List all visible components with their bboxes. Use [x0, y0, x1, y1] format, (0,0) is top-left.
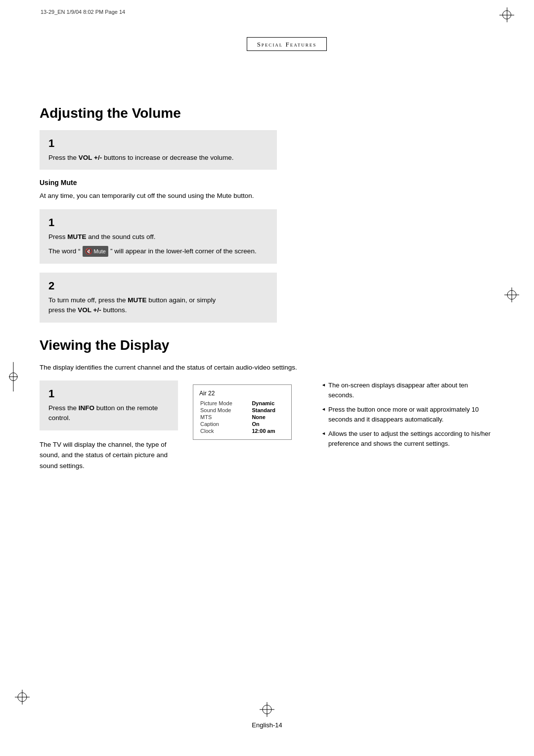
step-mute-1-number: 1: [48, 216, 268, 229]
mute-step2-bold2: VOL +/-: [78, 306, 101, 314]
registration-mark-right: [504, 287, 519, 304]
table-row: Sound Mode Standard: [199, 407, 285, 414]
info-bold: INFO: [79, 404, 94, 412]
registration-mark-bottom-left: [15, 690, 30, 707]
side-mark-left: [9, 362, 18, 394]
view-para1: Press the INFO button on the remote cont…: [48, 404, 158, 422]
step-view-1-para2: The TV will display the channel, the typ…: [40, 439, 178, 472]
mute-bold: MUTE: [67, 233, 86, 240]
bullet-list: The on-screen displays disappear after a…: [321, 380, 494, 448]
step-view-1-number: 1: [48, 387, 169, 400]
section-header-label: Special Features: [257, 41, 317, 48]
step-mute-2-box: 2 To turn mute off, press the MUTE butto…: [40, 273, 277, 323]
mute-step2-bold1: MUTE: [128, 296, 146, 304]
tv-row-value-4: 12:00 am: [251, 427, 285, 434]
vol-bold: VOL +/-: [79, 154, 102, 161]
table-row: MTS None: [199, 414, 285, 421]
table-row: Caption On: [199, 421, 285, 427]
mute-word-line: The word “ 🔇 Mute ” will appear in the l…: [48, 246, 268, 257]
section2-intro: The display identifies the current chann…: [40, 362, 494, 373]
viewing-left-col: 1 Press the INFO button on the remote co…: [40, 380, 178, 479]
mute-step2-line1: To turn mute off, press the MUTE button …: [48, 296, 216, 304]
print-info: 13-29_EN 1/9/04 8:02 PM Page 14: [41, 9, 125, 15]
list-item: Allows the user to adjust the settings a…: [321, 429, 494, 448]
step-mute-2-number: 2: [48, 280, 268, 292]
section2: Viewing the Display The display identifi…: [40, 337, 494, 479]
tv-row-label-2: MTS: [199, 414, 251, 421]
viewing-right-col: The on-screen displays disappear after a…: [321, 380, 494, 453]
step-vol-1-box: 1 Press the VOL +/- buttons to increase …: [40, 130, 277, 170]
using-mute-heading: Using Mute: [40, 179, 494, 187]
section2-title: Viewing the Display: [40, 337, 494, 353]
viewing-step1-row: 1 Press the INFO button on the remote co…: [40, 380, 494, 479]
mute-icon-badge: 🔇 Mute: [83, 246, 108, 257]
step-vol-1-number: 1: [48, 137, 268, 150]
tv-row-label-4: Clock: [199, 427, 251, 434]
section1-title: Adjusting the Volume: [40, 105, 494, 121]
tv-row-value-1: Standard: [251, 407, 285, 414]
step-view-1-text: Press the INFO button on the remote cont…: [48, 403, 169, 424]
step-mute-2-text: To turn mute off, press the MUTE button …: [48, 295, 268, 316]
mute-step2-line2: press the VOL +/- buttons.: [48, 306, 127, 314]
tv-info-table: Picture Mode Dynamic Sound Mode Standard…: [199, 400, 285, 434]
step-mute-1-text: Press MUTE and the sound cuts off. The w…: [48, 232, 268, 257]
tv-row-value-3: On: [251, 421, 285, 427]
section-header-box: Special Features: [247, 37, 327, 51]
registration-mark-bottom-center: [260, 702, 274, 719]
step-vol-1-text: Press the VOL +/- buttons to increase or…: [48, 154, 234, 161]
registration-mark-top-right: [499, 7, 514, 22]
viewing-middle-col: Air 22 Picture Mode Dynamic Sound Mode S…: [193, 380, 307, 440]
tv-row-value-0: Dynamic: [251, 400, 285, 407]
page-footer: English-14: [252, 721, 282, 729]
tv-row-label-1: Sound Mode: [199, 407, 251, 414]
list-item: The on-screen displays disappear after a…: [321, 380, 494, 400]
tv-row-label-3: Caption: [199, 421, 251, 427]
list-item: Press the button once more or wait appro…: [321, 405, 494, 424]
tv-row-label-0: Picture Mode: [199, 400, 251, 407]
mute-line1: Press MUTE and the sound cuts off.: [48, 233, 156, 240]
step-view-1-box: 1 Press the INFO button on the remote co…: [40, 380, 178, 430]
speaker-icon: 🔇: [85, 247, 92, 256]
tv-row-value-2: None: [251, 414, 285, 421]
table-row: Picture Mode Dynamic: [199, 400, 285, 407]
table-row: Clock 12:00 am: [199, 427, 285, 434]
tv-display-mockup: Air 22 Picture Mode Dynamic Sound Mode S…: [193, 384, 292, 440]
using-mute-body: At any time, you can temporarily cut off…: [40, 190, 494, 201]
tv-channel-line: Air 22: [199, 390, 285, 397]
step-mute-1-box: 1 Press MUTE and the sound cuts off. The…: [40, 209, 277, 264]
